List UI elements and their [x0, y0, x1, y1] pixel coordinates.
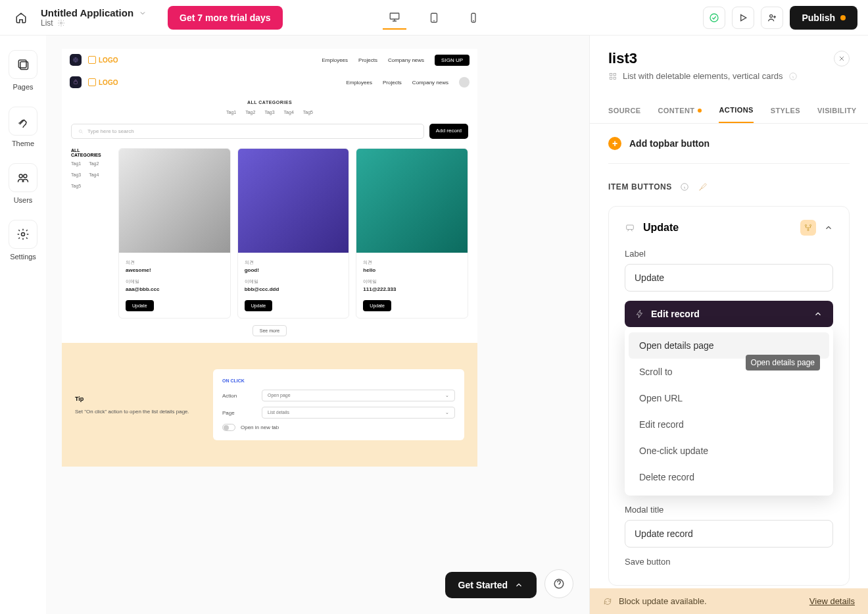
panel-tabs: SOURCE CONTENT ACTIONS STYLES VISIBILITY — [590, 98, 868, 124]
dd-edit-record[interactable]: Edit record — [629, 411, 829, 438]
panel-header: list3 List with deletable elements, vert… — [590, 36, 868, 88]
tab-source[interactable]: SOURCE — [608, 98, 640, 123]
nav-pages[interactable]: Pages — [9, 50, 37, 91]
list-card[interactable]: 의견 hello 이메일 111@222.333 Update — [356, 148, 468, 319]
update-card-title: Update — [643, 222, 679, 234]
add-record-button[interactable]: Add record — [429, 124, 468, 139]
category-tags: Tag1 Tag2 Tag3 Tag4 Tag5 — [62, 110, 477, 115]
nav-projects-2[interactable]: Projects — [383, 80, 402, 86]
preview-canvas[interactable]: LOGO Employees Projects Company news SIG… — [62, 49, 477, 467]
grid-icon — [608, 72, 617, 81]
item-buttons-info[interactable] — [679, 181, 690, 193]
item-buttons-style[interactable] — [697, 181, 709, 193]
nav-pages-label: Pages — [12, 83, 33, 91]
device-tablet[interactable] — [422, 6, 446, 30]
nav-companynews-2[interactable]: Company news — [412, 80, 448, 86]
app-title-block: Untitled Application List — [41, 7, 147, 28]
info-icon[interactable] — [788, 72, 798, 81]
edit-record-expand[interactable]: Edit record — [625, 301, 833, 327]
tab-actions[interactable]: ACTIONS — [719, 98, 753, 123]
card-update-button[interactable]: Update — [363, 300, 391, 311]
see-more-button[interactable]: See more — [253, 325, 287, 336]
nav-users[interactable]: Users — [9, 163, 37, 204]
invite-users-button[interactable] — [761, 7, 783, 29]
nav-settings[interactable]: Settings — [9, 220, 37, 261]
search-input[interactable]: Type here to search — [71, 124, 424, 139]
tip-card: ON CLICK Action Open page⌄ Page List det… — [213, 369, 464, 440]
svg-rect-17 — [610, 77, 612, 80]
nav-employees-2[interactable]: Employees — [346, 80, 372, 86]
canvas-logo-2: LOGO — [88, 78, 118, 86]
tag-2[interactable]: Tag2 — [245, 110, 255, 115]
add-topbar-button[interactable]: + Add topbar button — [608, 134, 850, 164]
svg-point-22 — [805, 224, 806, 226]
canvas-nav-2: Employees Projects Company news — [346, 77, 470, 88]
tip-section: Tip Set "On click" action to open the li… — [62, 343, 477, 467]
tab-content[interactable]: CONTENT — [658, 98, 702, 123]
nav-theme[interactable]: Theme — [9, 107, 37, 147]
panel-title: list3 — [608, 50, 637, 67]
panel-subtitle: List with deletable elements, vertical c… — [623, 71, 783, 81]
trial-cta-button[interactable]: Get 7 more trial days — [168, 6, 283, 30]
dd-tooltip: Open details page — [746, 355, 820, 371]
signup-button[interactable]: SIGN UP — [435, 55, 470, 66]
panel-body: + Add topbar button ITEM BUTTONS Update … — [590, 124, 868, 614]
home-button[interactable] — [11, 7, 32, 28]
list-card[interactable]: 의견 awesome! 이메일 aaa@bbb.ccc Update — [118, 148, 231, 319]
nav-projects-1[interactable]: Projects — [358, 57, 377, 63]
card-update-button[interactable]: Update — [126, 300, 154, 311]
canvas-area: LOGO Employees Projects Company news SIG… — [46, 36, 589, 614]
svg-point-9 — [24, 174, 27, 178]
tab-visibility[interactable]: VISIBILITY — [817, 98, 857, 123]
see-more-row: See more — [62, 328, 477, 334]
canvas-body: ALL CATEGORIES Tag1Tag2 Tag3Tag4 Tag5 의견… — [62, 148, 477, 319]
canvas-logo-1: LOGO — [88, 56, 118, 64]
action-select[interactable]: Open page⌄ — [262, 390, 455, 401]
svg-point-5 — [770, 14, 773, 17]
device-mobile[interactable] — [462, 6, 485, 30]
preview-button[interactable] — [732, 7, 754, 29]
tag-5[interactable]: Tag5 — [303, 110, 313, 115]
list-card[interactable]: 의견 good! 이메일 bbb@ccc.ddd Update — [237, 148, 350, 319]
dd-one-click[interactable]: One-click update — [629, 438, 829, 464]
dd-open-url[interactable]: Open URL — [629, 385, 829, 411]
tag-1[interactable]: Tag1 — [226, 110, 236, 115]
page-color-2[interactable] — [70, 76, 82, 88]
help-button[interactable] — [544, 569, 573, 598]
newtab-toggle[interactable] — [222, 424, 235, 431]
breadcrumb[interactable]: List — [41, 18, 147, 28]
modal-title-input[interactable] — [625, 520, 833, 548]
close-panel-button[interactable] — [834, 51, 850, 66]
modal-title-label: Modal title — [625, 505, 833, 515]
tag-3[interactable]: Tag3 — [264, 110, 274, 115]
plus-icon: + — [608, 137, 621, 150]
canvas-header-1: LOGO Employees Projects Company news SIG… — [62, 49, 477, 71]
app-title-row[interactable]: Untitled Application — [41, 7, 147, 18]
brush-icon — [698, 182, 708, 192]
nav-employees-1[interactable]: Employees — [322, 57, 348, 63]
left-nav: Pages Theme Users Settings — [0, 36, 46, 614]
page-select[interactable]: List details⌄ — [262, 407, 455, 419]
item-buttons-heading: ITEM BUTTONS — [608, 181, 850, 193]
publish-button[interactable]: Publish — [790, 6, 857, 30]
chevron-up-icon[interactable] — [824, 223, 833, 232]
device-desktop[interactable] — [383, 6, 406, 30]
card-list: 의견 awesome! 이메일 aaa@bbb.ccc Update 의견 go… — [118, 148, 468, 319]
label-input[interactable] — [625, 264, 833, 292]
snackbar-link[interactable]: View details — [809, 596, 855, 606]
card-update-button[interactable]: Update — [245, 300, 273, 311]
refresh-icon — [603, 597, 612, 606]
dd-delete-record[interactable]: Delete record — [629, 464, 829, 490]
avatar[interactable] — [459, 77, 470, 88]
chevron-up-icon — [514, 580, 523, 590]
page-color-1[interactable] — [70, 54, 82, 66]
status-check-button[interactable] — [703, 7, 725, 29]
tab-styles[interactable]: STYLES — [771, 98, 800, 123]
tag-4[interactable]: Tag4 — [284, 110, 294, 115]
brush-icon — [9, 107, 37, 136]
main: Pages Theme Users Settings LOGO Employee… — [0, 36, 868, 614]
nav-companynews-1[interactable]: Company news — [388, 57, 424, 63]
fork-icon-button[interactable] — [800, 220, 816, 236]
get-started-button[interactable]: Get Started — [445, 572, 537, 598]
app-title: Untitled Application — [41, 7, 133, 18]
